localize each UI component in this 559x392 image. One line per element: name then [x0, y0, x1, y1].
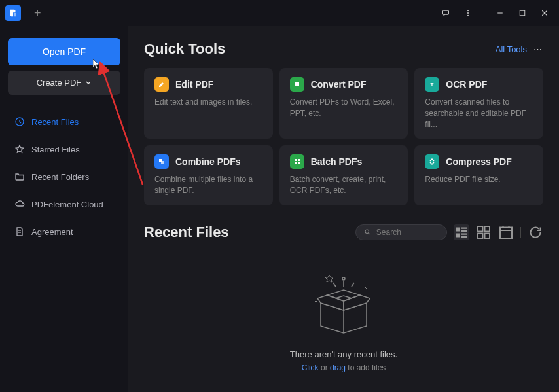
svg-rect-6 — [520, 10, 525, 16]
tool-convert-pdf[interactable]: Convert PDF Convert PDFs to Word, Excel,… — [280, 68, 408, 139]
svg-rect-22 — [461, 227, 467, 228]
sidebar-item-recent-files[interactable]: Recent Files — [8, 111, 120, 133]
svg-line-38 — [352, 283, 354, 287]
open-pdf-button[interactable]: Open PDF — [8, 38, 120, 65]
nav-label: Starred Files — [31, 145, 80, 154]
recent-controls — [355, 224, 543, 240]
nav-label: Recent Folders — [31, 172, 89, 182]
tool-desc: Batch convert, create, print, OCR PDFs, … — [290, 174, 398, 196]
titlebar: + — [0, 0, 559, 26]
nav-label: PDFelement Cloud — [31, 200, 103, 209]
minimize-button[interactable] — [491, 4, 509, 22]
ocr-icon: T — [425, 77, 439, 92]
view-list-button[interactable] — [454, 224, 469, 240]
tool-batch-pdfs[interactable]: Batch PDFs Batch convert, create, print,… — [280, 145, 408, 205]
tool-desc: Convert PDFs to Word, Excel, PPT, etc. — [290, 97, 398, 119]
svg-line-37 — [333, 283, 336, 287]
nav-label: Recent Files — [31, 117, 79, 127]
separator — [484, 8, 484, 18]
all-tools-link[interactable]: All Tools ⋯ — [496, 45, 543, 54]
cursor-icon — [93, 59, 101, 69]
chat-icon[interactable] — [437, 4, 455, 22]
tool-name: OCR PDF — [446, 79, 487, 90]
svg-point-3 — [467, 12, 469, 14]
empty-message: There aren't any recent files. — [290, 349, 397, 359]
svg-rect-18 — [298, 162, 300, 164]
menu-icon[interactable] — [459, 4, 477, 22]
star-icon — [14, 144, 25, 154]
more-icon[interactable]: ⋯ — [533, 45, 543, 54]
sidebar-item-cloud[interactable]: PDFelement Cloud — [8, 193, 120, 215]
titlebar-left: + — [5, 4, 46, 23]
document-icon — [14, 226, 25, 237]
recent-files-title: Recent Files — [144, 224, 229, 241]
svg-rect-1 — [443, 10, 449, 14]
svg-text:T: T — [431, 82, 434, 88]
search-box[interactable] — [355, 224, 447, 240]
separator — [520, 227, 521, 238]
app-logo[interactable] — [5, 5, 21, 21]
tool-grid: Edit PDF Edit text and images in files. … — [144, 68, 543, 205]
combine-icon — [154, 154, 169, 169]
sidebar-item-recent-folders[interactable]: Recent Folders — [8, 166, 120, 188]
tool-desc: Reduce PDF file size. — [425, 174, 533, 185]
svg-rect-21 — [456, 227, 460, 231]
window-controls — [437, 4, 554, 22]
tool-desc: Edit text and images in files. — [154, 97, 262, 108]
recent-files-header: Recent Files — [144, 224, 543, 241]
all-tools-label: All Tools — [496, 45, 527, 54]
search-icon — [364, 228, 371, 236]
main: Open PDF Create PDF Recent Files Starred… — [0, 26, 559, 392]
empty-hint: Click or drag to add files — [302, 363, 386, 372]
svg-rect-25 — [461, 233, 467, 234]
tool-desc: Combine multiple files into a single PDF… — [154, 174, 262, 196]
svg-rect-28 — [485, 226, 490, 232]
svg-rect-27 — [478, 226, 483, 232]
open-pdf-label: Open PDF — [43, 46, 86, 57]
svg-point-4 — [467, 15, 469, 16]
maximize-button[interactable] — [513, 4, 532, 22]
quick-tools-header: Quick Tools All Tools ⋯ — [144, 41, 543, 58]
search-input[interactable] — [376, 228, 439, 237]
tool-name: Edit PDF — [175, 79, 213, 90]
tool-name: Batch PDFs — [311, 156, 363, 167]
tool-ocr-pdf[interactable]: TOCR PDF Convert scanned files to search… — [414, 68, 543, 139]
svg-rect-23 — [461, 230, 467, 232]
close-button[interactable] — [535, 4, 554, 22]
tool-combine-pdfs[interactable]: Combine PDFs Combine multiple files into… — [144, 145, 273, 205]
convert-icon — [290, 77, 304, 92]
view-grid-button[interactable] — [476, 224, 492, 240]
tool-edit-pdf[interactable]: Edit PDF Edit text and images in files. — [144, 68, 273, 139]
tool-name: Convert PDF — [311, 79, 367, 90]
edit-icon — [154, 77, 169, 92]
tool-name: Combine PDFs — [175, 156, 241, 167]
compress-icon — [425, 154, 439, 169]
create-pdf-label: Create PDF — [37, 78, 82, 88]
refresh-button[interactable] — [528, 224, 543, 240]
view-calendar-button[interactable] — [498, 224, 514, 240]
svg-rect-24 — [456, 233, 460, 237]
tool-name: Compress PDF — [446, 156, 511, 167]
empty-box-icon — [304, 267, 383, 339]
svg-rect-14 — [161, 161, 164, 164]
sidebar-item-agreement[interactable]: Agreement — [8, 221, 120, 243]
sidebar-item-starred-files[interactable]: Starred Files — [8, 138, 120, 160]
tool-compress-pdf[interactable]: Compress PDF Reduce PDF file size. — [414, 145, 543, 205]
svg-rect-17 — [295, 162, 297, 164]
cloud-icon — [14, 199, 25, 209]
sidebar: Open PDF Create PDF Recent Files Starred… — [0, 26, 128, 392]
create-pdf-button[interactable]: Create PDF — [8, 71, 120, 95]
svg-point-35 — [342, 277, 345, 280]
new-tab-button[interactable]: + — [29, 4, 46, 23]
svg-rect-29 — [478, 233, 483, 238]
quick-tools-title: Quick Tools — [144, 41, 225, 58]
empty-state: There aren't any recent files. Click or … — [144, 247, 543, 385]
click-link[interactable]: Click — [302, 363, 319, 372]
drag-link[interactable]: drag — [330, 363, 346, 372]
svg-rect-16 — [298, 159, 300, 161]
clock-icon — [14, 116, 25, 127]
svg-rect-0 — [14, 13, 16, 16]
nav-label: Agreement — [31, 227, 73, 237]
svg-rect-30 — [485, 233, 490, 238]
content: Quick Tools All Tools ⋯ Edit PDF Edit te… — [128, 26, 559, 392]
